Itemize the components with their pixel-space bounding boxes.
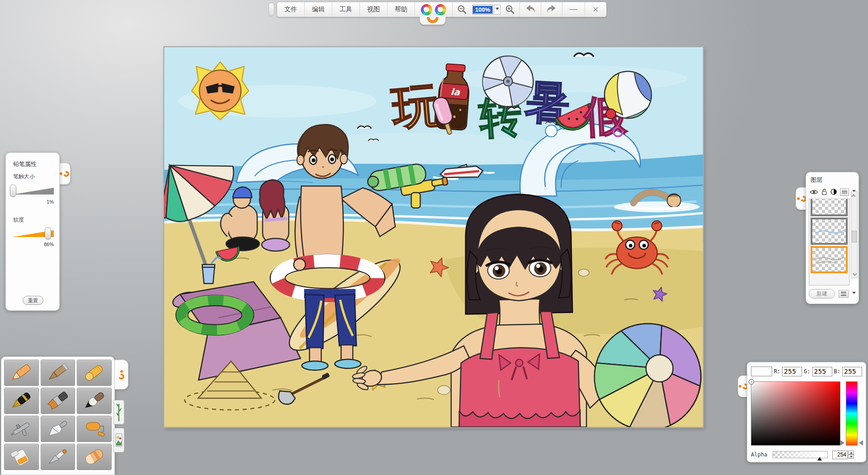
layer-list	[809, 199, 849, 285]
svg-text:la: la	[450, 86, 461, 98]
orange-handle-icon	[118, 372, 125, 380]
alpha-field[interactable]	[832, 451, 848, 459]
menu-edit[interactable]: 编辑	[305, 2, 332, 17]
brush-tool-detail-knife[interactable]	[41, 444, 75, 470]
scroll-up-button[interactable]	[851, 192, 857, 199]
green-label: G:	[804, 368, 810, 375]
picture-icon	[115, 430, 123, 450]
layers-menu-button[interactable]	[839, 290, 849, 298]
redo-button[interactable]	[541, 2, 562, 17]
softness-value: 86%	[6, 242, 54, 247]
alpha-spin-up[interactable]	[848, 451, 854, 455]
menu-tools[interactable]: 工具	[332, 2, 360, 17]
brush-tool-paint-roller[interactable]	[77, 416, 112, 442]
softness-thumb[interactable]	[45, 227, 51, 239]
undo-button[interactable]	[520, 2, 541, 17]
toolbar-drag-handle[interactable]	[269, 3, 274, 16]
brush-tool-ink-brush[interactable]	[77, 388, 112, 414]
brush-tool-pencil[interactable]	[4, 360, 39, 386]
brush-tool-fountain-pen[interactable]	[4, 388, 39, 414]
brush-tool-crayon[interactable]	[77, 360, 112, 386]
beach-artwork: 玩 la 转 暑	[164, 47, 703, 427]
layer-row-1[interactable]	[811, 199, 848, 216]
layer-row-2[interactable]	[811, 218, 848, 245]
softness-slider[interactable]	[12, 227, 56, 240]
chevron-up-icon	[851, 194, 856, 198]
brush-size-value: 1%	[6, 199, 54, 204]
hue-marker-right-icon[interactable]	[859, 440, 863, 446]
zoom-in-button[interactable]	[500, 2, 520, 17]
blue-label: B:	[834, 368, 840, 375]
pencil-panel-collapse-tab[interactable]	[59, 163, 71, 185]
new-layer-button[interactable]: 新建	[809, 289, 835, 299]
zoom-level-dropdown[interactable]	[494, 5, 500, 14]
brush-tool-flat-brush[interactable]	[41, 388, 75, 414]
zoom-level-input[interactable]: 100%	[472, 5, 493, 14]
alpha-marker-icon[interactable]	[817, 457, 822, 461]
brush-tool-blending-stump[interactable]	[41, 360, 75, 386]
orange-handle-icon	[62, 170, 70, 177]
menu-view[interactable]: 视图	[360, 2, 387, 17]
zoom-in-icon	[505, 5, 515, 14]
orange-dot-icon	[739, 385, 741, 388]
saturation-value-picker[interactable]	[751, 381, 840, 446]
brush-tool-paint-bottle[interactable]	[4, 444, 39, 470]
title-beach-ball	[604, 71, 651, 119]
red-label: R:	[774, 368, 780, 375]
hue-marker-left-icon[interactable]	[840, 440, 844, 446]
color-cursor[interactable]	[749, 379, 754, 385]
hue-slider[interactable]	[846, 381, 858, 446]
brush-tool-airbrush[interactable]	[4, 416, 39, 442]
layer-scrollbar[interactable]	[851, 191, 858, 278]
layers-panel: 图层 新建	[806, 172, 859, 304]
undo-icon	[524, 4, 536, 15]
menu-file[interactable]: 文件	[277, 2, 305, 17]
blue-field[interactable]	[842, 367, 862, 376]
brush-size-track[interactable]	[12, 188, 54, 195]
red-field[interactable]	[782, 367, 802, 376]
chevron-down-icon	[495, 8, 499, 12]
zoom-level-value: 100%	[473, 6, 492, 14]
pencil-panel-title: 铅笔属性	[13, 160, 37, 168]
unlock-icon[interactable]	[821, 188, 827, 195]
chevron-down-icon	[853, 271, 857, 276]
rainbow-logo-icon[interactable]	[421, 4, 432, 15]
contrast-icon[interactable]	[830, 188, 837, 195]
layer-blend-menu-button[interactable]	[840, 188, 849, 196]
brush-size-label: 笔触大小	[13, 173, 35, 180]
color-picker-panel: R: G: B: Alpha	[747, 362, 866, 462]
zoom-out-button[interactable]	[453, 2, 472, 17]
eye-icon[interactable]	[810, 189, 818, 195]
reset-button[interactable]: 重置	[23, 296, 43, 305]
rainbow-beach-ball	[594, 324, 701, 427]
zoom-out-icon	[457, 5, 467, 14]
app-logo-buttons	[415, 2, 452, 17]
alpha-spin-down[interactable]	[848, 455, 854, 459]
layer-row-3-selected[interactable]	[811, 246, 848, 273]
menu-help[interactable]: 帮助	[387, 2, 415, 17]
green-field[interactable]	[812, 367, 832, 376]
current-color-swatch[interactable]	[751, 366, 772, 376]
scrollbar-thumb[interactable]	[852, 231, 857, 242]
scroll-down-button[interactable]	[851, 271, 857, 278]
close-button[interactable]: ✕	[585, 2, 606, 17]
orange-dot-icon	[60, 172, 62, 175]
toolbar-collapse-tab[interactable]	[420, 17, 446, 25]
plant-texture-button[interactable]	[113, 400, 124, 424]
brush-size-slider[interactable]	[12, 185, 56, 197]
softness-label: 软度	[13, 216, 24, 224]
pencil-properties-panel: 铅笔属性 笔触大小 1% 软度 86% 重置	[5, 152, 60, 311]
minimize-button[interactable]: —	[562, 2, 585, 17]
rainbow-swirl-icon[interactable]	[435, 4, 446, 15]
chevron-down-icon[interactable]	[852, 292, 856, 296]
brush-tool-palette-knife[interactable]	[41, 416, 75, 442]
alpha-slider[interactable]	[773, 451, 828, 458]
redo-icon	[546, 4, 557, 15]
layers-panel-title: 图层	[811, 176, 856, 184]
brush-panel-collapse-tab[interactable]	[115, 360, 128, 390]
orange-dot-icon	[120, 370, 123, 373]
picture-texture-button[interactable]	[113, 428, 124, 452]
brush-tool-eraser[interactable]	[77, 444, 112, 470]
drawing-canvas[interactable]: 玩 la 转 暑	[164, 47, 703, 428]
brush-size-thumb[interactable]	[10, 185, 16, 197]
